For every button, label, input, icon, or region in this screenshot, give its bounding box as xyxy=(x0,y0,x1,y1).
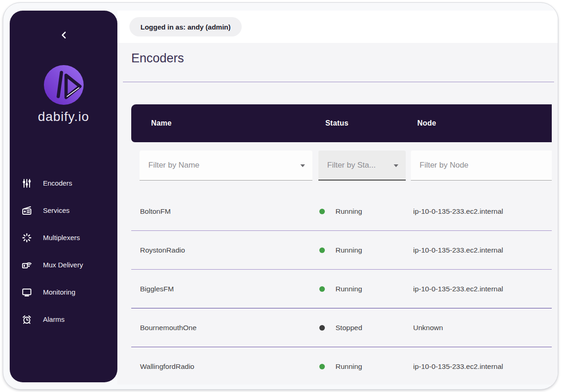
table-row[interactable]: RoystonRadio Running ip-10-0-135-233.ec2… xyxy=(131,231,552,270)
status-label: Running xyxy=(335,246,362,254)
node-filter-field[interactable] xyxy=(411,151,552,181)
encoder-name: BournemouthOne xyxy=(131,324,318,332)
encoder-status: Stopped xyxy=(318,324,411,332)
table-row[interactable]: BigglesFM Running ip-10-0-135-233.ec2.in… xyxy=(131,270,552,308)
table-body: BoltonFM Running ip-10-0-135-233.ec2.int… xyxy=(131,181,552,382)
content-area: Encoders Name Status Node Filter by Name xyxy=(117,43,558,385)
title-divider xyxy=(123,82,554,82)
broadcast-icon xyxy=(21,259,32,271)
sidebar-nav: Encoders Services xyxy=(10,169,117,333)
topbar: Logged in as: andy (admin) xyxy=(117,11,558,43)
status-dot-icon xyxy=(319,364,325,369)
column-header-node: Node xyxy=(411,119,552,127)
radio-icon xyxy=(21,205,32,216)
sidebar-item-encoders[interactable]: Encoders xyxy=(10,169,117,197)
sidebar-item-services[interactable]: Services xyxy=(10,197,117,224)
encoder-name: RoystonRadio xyxy=(131,246,318,254)
status-filter-dropdown[interactable]: Filter by Sta... xyxy=(318,151,406,181)
sidebar-item-multiplexers[interactable]: Multiplexers xyxy=(10,224,117,251)
app-window: dabify.io xyxy=(3,2,558,390)
page-title: Encoders xyxy=(131,51,184,66)
filter-row: Filter by Name Filter by Sta... xyxy=(131,151,552,181)
encoder-node: ip-10-0-135-233.ec2.internal xyxy=(411,362,552,371)
table-row[interactable]: BournemouthOne Stopped Unknown xyxy=(131,308,552,347)
sidebar-item-label: Multiplexers xyxy=(43,234,80,241)
encoder-node: ip-10-0-135-233.ec2.internal xyxy=(411,285,552,293)
name-filter-dropdown[interactable]: Filter by Name xyxy=(140,151,312,181)
logo-block: dabify.io xyxy=(10,65,117,124)
spinner-icon xyxy=(21,232,32,243)
status-filter-placeholder: Filter by Sta... xyxy=(318,161,376,170)
sidebar-item-label: Alarms xyxy=(43,315,65,323)
sidebar-item-label: Services xyxy=(43,206,70,214)
status-dot-icon xyxy=(319,247,325,253)
sidebar: dabify.io xyxy=(10,11,117,382)
encoder-name: BigglesFM xyxy=(131,285,318,293)
chevron-down-icon xyxy=(300,164,305,167)
table-row[interactable]: WallingfordRadio Running ip-10-0-135-233… xyxy=(131,347,552,382)
status-label: Running xyxy=(335,207,362,216)
sidebar-item-label: Encoders xyxy=(43,179,72,187)
chevron-left-icon xyxy=(61,31,67,39)
encoder-node: Unknown xyxy=(411,324,552,332)
encoder-node: ip-10-0-135-233.ec2.internal xyxy=(411,246,552,254)
sidebar-item-label: Monitoring xyxy=(43,288,75,296)
brand-name: dabify.io xyxy=(10,109,117,124)
encoder-status: Running xyxy=(318,285,411,293)
status-label: Stopped xyxy=(335,324,362,332)
login-badge: Logged in as: andy (admin) xyxy=(129,17,242,36)
encoder-name: WallingfordRadio xyxy=(131,362,318,371)
sidebar-item-label: Mux Delivery xyxy=(43,261,83,269)
status-label: Running xyxy=(335,285,362,293)
column-header-status: Status xyxy=(318,119,411,127)
monitor-icon xyxy=(21,287,32,298)
status-dot-icon xyxy=(319,209,325,214)
encoder-status: Running xyxy=(318,246,411,254)
alarm-clock-icon xyxy=(21,314,32,325)
encoder-name: BoltonFM xyxy=(131,207,318,216)
encoder-status: Running xyxy=(318,362,411,371)
table-header-row: Name Status Node xyxy=(131,104,552,142)
encoders-table: Name Status Node Filter by Name Filter b… xyxy=(131,104,552,382)
status-dot-icon xyxy=(319,325,325,331)
sidebar-item-mux-delivery[interactable]: Mux Delivery xyxy=(10,251,117,278)
name-filter-placeholder: Filter by Name xyxy=(140,161,200,170)
node-filter-input[interactable] xyxy=(411,151,552,180)
main-area: Logged in as: andy (admin) Encoders Name… xyxy=(117,3,558,389)
sliders-icon xyxy=(21,178,32,189)
status-dot-icon xyxy=(319,286,325,292)
sidebar-collapse-button[interactable] xyxy=(10,28,117,42)
sidebar-item-alarms[interactable]: Alarms xyxy=(10,306,117,333)
encoder-status: Running xyxy=(318,207,411,216)
status-label: Running xyxy=(335,362,362,371)
dabify-logo-icon xyxy=(44,65,84,105)
table-row[interactable]: BoltonFM Running ip-10-0-135-233.ec2.int… xyxy=(131,192,552,231)
encoder-node: ip-10-0-135-233.ec2.internal xyxy=(411,207,552,216)
sidebar-item-monitoring[interactable]: Monitoring xyxy=(10,278,117,306)
column-header-name: Name xyxy=(131,119,318,127)
chevron-down-icon xyxy=(394,164,398,167)
